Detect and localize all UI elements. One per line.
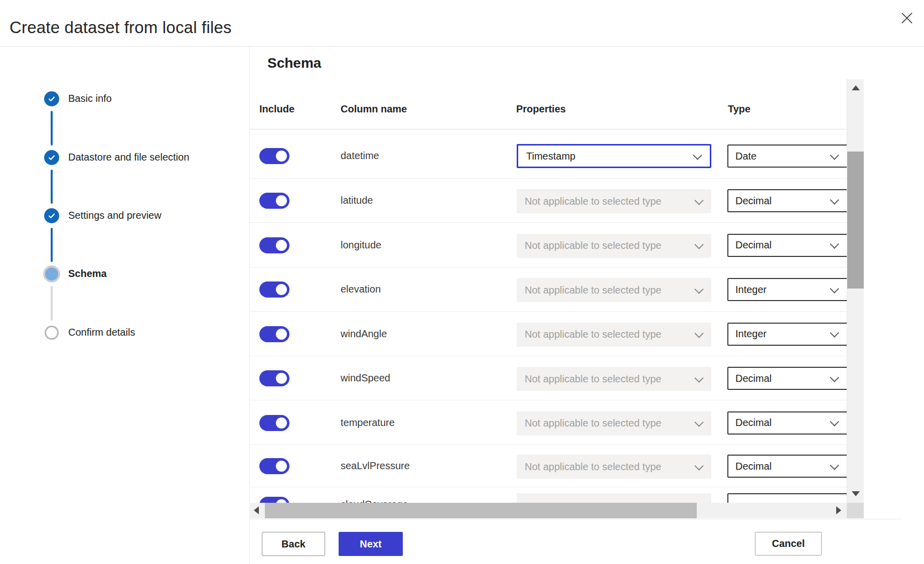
step-label: Settings and preview (68, 210, 162, 221)
type-value: Decimal (735, 195, 772, 207)
column-header-column-name: Column name (341, 103, 407, 115)
table-row: windSpeedNot applicable to selected type… (249, 356, 847, 400)
properties-value: Not applicable to selected type (525, 417, 661, 429)
properties-value: Not applicable to selected type (525, 329, 661, 340)
back-button[interactable]: Back (262, 532, 325, 556)
properties-dropdown: Not applicable to selected type (517, 411, 711, 436)
header-underline (249, 129, 847, 129)
type-value: Date (735, 151, 756, 162)
properties-value: Not applicable to selected type (525, 285, 661, 296)
check-icon (44, 150, 59, 165)
properties-value: Not applicable to selected type (525, 373, 661, 385)
type-dropdown[interactable]: Date (727, 145, 853, 168)
type-dropdown[interactable]: Decimal (727, 455, 853, 478)
current-step-dot-icon (43, 265, 60, 283)
toggle-knob (276, 240, 287, 251)
column-header-include: Include (259, 103, 294, 115)
step-connector-line (51, 228, 53, 262)
content-bottom-border (249, 519, 903, 519)
chevron-down-icon (830, 373, 839, 382)
chevron-down-icon (694, 285, 703, 294)
chevron-down-icon (694, 196, 703, 205)
table-row: seaLvlPressureNot applicable to selected… (249, 445, 847, 487)
type-dropdown[interactable]: Decimal (727, 189, 853, 212)
chevron-down-icon (693, 151, 702, 160)
step-label: Confirm details (68, 327, 135, 338)
include-toggle[interactable] (259, 326, 289, 342)
properties-dropdown[interactable]: Timestamp (517, 144, 711, 168)
type-value: Decimal (735, 461, 772, 472)
include-toggle[interactable] (259, 148, 289, 164)
column-header-properties: Properties (516, 103, 566, 115)
step-connector-line (51, 286, 53, 321)
chevron-down-icon (830, 328, 839, 337)
type-dropdown[interactable]: Decimal (727, 367, 853, 390)
include-toggle[interactable] (259, 193, 289, 209)
toggle-knob (276, 417, 287, 429)
properties-value: Not applicable to selected type (525, 196, 661, 207)
table-row: elevationNot applicable to selected type… (249, 267, 847, 311)
properties-value: Not applicable to selected type (525, 240, 661, 251)
x-icon (901, 12, 913, 24)
chevron-down-icon (694, 461, 703, 470)
table-row: datetimeTimestampDate (249, 134, 847, 178)
type-dropdown[interactable]: Decimal (727, 411, 853, 435)
table-row: longitudeNot applicable to selected type… (249, 222, 847, 267)
properties-value: Not applicable to selected type (525, 461, 661, 473)
scroll-up-icon[interactable] (852, 85, 860, 90)
include-toggle[interactable] (259, 281, 289, 298)
type-dropdown[interactable]: Integer (727, 278, 853, 301)
properties-dropdown: Not applicable to selected type (517, 234, 711, 258)
vertical-scrollbar[interactable] (847, 79, 864, 503)
cancel-button[interactable]: Cancel (755, 532, 822, 555)
column-name-cell: windSpeed (341, 372, 390, 384)
include-toggle[interactable] (259, 458, 289, 474)
include-toggle[interactable] (259, 370, 289, 386)
chevron-down-icon (694, 240, 703, 249)
properties-dropdown: Not applicable to selected type (517, 367, 711, 391)
scroll-right-icon[interactable] (836, 506, 841, 514)
step-connector-line (51, 170, 53, 204)
chevron-down-icon (830, 284, 839, 293)
column-name-cell: temperature (341, 417, 395, 429)
toggle-knob (276, 373, 287, 384)
type-value: Decimal (735, 239, 772, 251)
type-value: Decimal (735, 373, 772, 384)
check-icon (44, 91, 59, 106)
titlebar-divider (0, 46, 924, 47)
column-name-cell: longitude (341, 239, 381, 251)
horizontal-scrollbar[interactable] (249, 503, 847, 518)
type-dropdown[interactable]: Decimal (727, 234, 853, 257)
vertical-scrollbar-thumb[interactable] (847, 152, 864, 289)
chevron-down-icon (830, 195, 839, 204)
column-name-cell: datetime (341, 150, 379, 162)
horizontal-scrollbar-thumb[interactable] (265, 503, 697, 518)
toggle-knob (276, 151, 287, 162)
column-name-cell: windAngle (341, 328, 387, 340)
step-label: Datastore and file selection (68, 152, 189, 163)
scroll-down-icon[interactable] (852, 491, 860, 496)
properties-value: Timestamp (526, 151, 575, 162)
column-name-cell: elevation (341, 284, 381, 295)
include-toggle[interactable] (259, 237, 289, 253)
toggle-knob (276, 195, 287, 206)
properties-dropdown: Not applicable to selected type (517, 278, 711, 302)
next-button[interactable]: Next (339, 532, 403, 556)
column-name-cell: seaLvlPressure (341, 460, 410, 472)
toggle-knob (276, 284, 287, 295)
properties-dropdown: Not applicable to selected type (517, 323, 711, 347)
chevron-down-icon (830, 239, 839, 248)
empty-step-circle-icon (45, 326, 59, 340)
include-toggle[interactable] (259, 415, 289, 431)
close-button[interactable] (898, 10, 916, 27)
scroll-left-icon[interactable] (254, 506, 259, 514)
toggle-knob (276, 329, 287, 340)
step-connector-line (51, 111, 53, 146)
properties-dropdown: Not applicable to selected type (517, 189, 711, 213)
chevron-down-icon (830, 151, 839, 160)
column-name-cell: latitude (341, 195, 373, 206)
type-value: Integer (735, 328, 766, 340)
table-row: temperatureNot applicable to selected ty… (249, 400, 847, 445)
dialog-title: Create dataset from local files (10, 18, 232, 37)
type-dropdown[interactable]: Integer (727, 323, 853, 346)
